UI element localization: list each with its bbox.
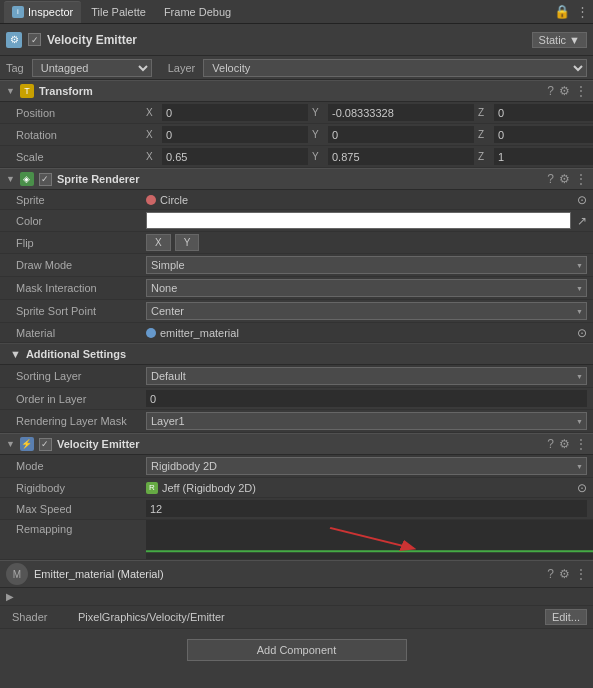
material-dot-icon	[146, 328, 156, 338]
rot-x-input[interactable]	[162, 126, 308, 143]
scale-y-label: Y	[312, 151, 324, 162]
color-picker[interactable]	[146, 212, 571, 229]
velocity-emitter-checkbox[interactable]	[28, 33, 41, 46]
scale-value: X Y Z	[146, 148, 593, 165]
lock-icon[interactable]: 🔒	[554, 4, 570, 19]
draw-mode-select[interactable]: Simple	[146, 256, 587, 274]
sprite-sort-point-select[interactable]: Center	[146, 302, 587, 320]
sprite-value: Circle ⊙	[146, 193, 587, 207]
scale-x-label: X	[146, 151, 158, 162]
static-button[interactable]: Static ▼	[532, 32, 587, 48]
color-link-icon[interactable]: ↗	[577, 214, 587, 228]
velocity-emitter-section-checkbox[interactable]	[39, 438, 52, 451]
rot-z-input[interactable]	[494, 126, 593, 143]
rendering-layer-mask-dropdown-wrapper: Layer1	[146, 412, 587, 430]
transform-more-icon[interactable]: ⋮	[575, 84, 587, 98]
rot-y-input[interactable]	[328, 126, 474, 143]
tab-tile-palette-label: Tile Palette	[91, 6, 146, 18]
velocity-emitter-section-header[interactable]: ▼ ⚡ Velocity Emitter ? ⚙ ⋮	[0, 433, 593, 455]
remapping-graph[interactable]	[146, 520, 593, 559]
draw-mode-label: Draw Mode	[16, 259, 146, 271]
tab-frame-debug[interactable]: Frame Debug	[156, 1, 239, 23]
flip-y-button[interactable]: Y	[175, 234, 200, 251]
material-expand-row[interactable]: ▶	[0, 588, 593, 606]
material-field: emitter_material	[146, 327, 571, 339]
position-row: Position X Y Z	[0, 102, 593, 124]
sprite-renderer-title: Sprite Renderer	[57, 173, 542, 185]
material-help-icon[interactable]: ?	[547, 567, 554, 581]
transform-section-header[interactable]: ▼ T Transform ? ⚙ ⋮	[0, 80, 593, 102]
mode-row: Mode Rigidbody 2D	[0, 455, 593, 478]
inspector-icon: i	[12, 6, 24, 18]
tab-tile-palette[interactable]: Tile Palette	[83, 1, 154, 23]
material-link-icon[interactable]: ⊙	[577, 326, 587, 340]
material-expand-icon: ▶	[6, 591, 14, 602]
color-row: Color ↗	[0, 210, 593, 232]
transform-collapse-icon: ▼	[6, 86, 15, 96]
velocity-help-icon[interactable]: ?	[547, 437, 554, 451]
sorting-layer-value: Default	[146, 367, 587, 385]
tag-select[interactable]: Untagged	[32, 59, 152, 77]
svg-line-1	[330, 528, 409, 548]
order-in-layer-input[interactable]	[146, 390, 587, 407]
remapping-graph-svg	[146, 520, 593, 559]
material-more-icon[interactable]: ⋮	[575, 567, 587, 581]
max-speed-value	[146, 500, 587, 517]
rot-z-label: Z	[478, 129, 490, 140]
flip-value: X Y	[146, 234, 587, 251]
sprite-renderer-checkbox[interactable]	[39, 173, 52, 186]
sprite-settings-icon[interactable]: ⚙	[559, 172, 570, 186]
remapping-row: Remapping	[0, 520, 593, 560]
sorting-layer-select[interactable]: Default	[146, 367, 587, 385]
remapping-label: Remapping	[0, 520, 146, 559]
sprite-sort-point-dropdown-wrapper: Center	[146, 302, 587, 320]
tab-inspector-label: Inspector	[28, 6, 73, 18]
tag-layer-row: Tag Untagged Layer Velocity	[0, 56, 593, 80]
sprite-renderer-section-header[interactable]: ▼ ◈ Sprite Renderer ? ⚙ ⋮	[0, 168, 593, 190]
rendering-layer-mask-select[interactable]: Layer1	[146, 412, 587, 430]
more-icon[interactable]: ⋮	[576, 4, 589, 19]
rigidbody-label: Rigidbody	[16, 482, 146, 494]
velocity-more-icon[interactable]: ⋮	[575, 437, 587, 451]
scale-x-input[interactable]	[162, 148, 308, 165]
mask-interaction-select[interactable]: None	[146, 279, 587, 297]
velocity-emitter-icon: ⚙	[6, 32, 22, 48]
max-speed-input[interactable]	[146, 500, 587, 517]
mode-select[interactable]: Rigidbody 2D	[146, 457, 587, 475]
color-label: Color	[16, 215, 146, 227]
velocity-emitter-actions: ? ⚙ ⋮	[547, 437, 587, 451]
max-speed-label: Max Speed	[16, 503, 146, 515]
sprite-collapse-icon: ▼	[6, 174, 15, 184]
additional-settings-header[interactable]: ▼ Additional Settings	[0, 343, 593, 365]
rendering-layer-mask-value: Layer1	[146, 412, 587, 430]
tab-inspector[interactable]: i Inspector	[4, 1, 81, 23]
order-in-layer-label: Order in Layer	[16, 393, 146, 405]
pos-x-input[interactable]	[162, 104, 308, 121]
order-in-layer-row: Order in Layer	[0, 388, 593, 410]
mode-dropdown-wrapper: Rigidbody 2D	[146, 457, 587, 475]
scale-z-input[interactable]	[494, 148, 593, 165]
pos-z-input[interactable]	[494, 104, 593, 121]
sprite-renderer-icon: ◈	[20, 172, 34, 186]
mask-interaction-value: None	[146, 279, 587, 297]
edit-button[interactable]: Edit...	[545, 609, 587, 625]
sprite-help-icon[interactable]: ?	[547, 172, 554, 186]
transform-settings-icon[interactable]: ⚙	[559, 84, 570, 98]
material-settings-icon[interactable]: ⚙	[559, 567, 570, 581]
pos-y-input[interactable]	[328, 104, 474, 121]
sprite-label: Sprite	[16, 194, 146, 206]
scale-y-input[interactable]	[328, 148, 474, 165]
sprite-link-icon[interactable]: ⊙	[577, 193, 587, 207]
pos-y-label: Y	[312, 107, 324, 118]
layer-select[interactable]: Velocity	[203, 59, 587, 77]
flip-x-button[interactable]: X	[146, 234, 171, 251]
rendering-layer-mask-label: Rendering Layer Mask	[16, 415, 146, 427]
velocity-settings-icon[interactable]: ⚙	[559, 437, 570, 451]
add-component-button[interactable]: Add Component	[187, 639, 407, 661]
transform-help-icon[interactable]: ?	[547, 84, 554, 98]
pos-x-label: X	[146, 107, 158, 118]
material-avatar: M	[6, 563, 28, 585]
sprite-more-icon[interactable]: ⋮	[575, 172, 587, 186]
rigidbody-link-icon[interactable]: ⊙	[577, 481, 587, 495]
position-label: Position	[16, 107, 146, 119]
